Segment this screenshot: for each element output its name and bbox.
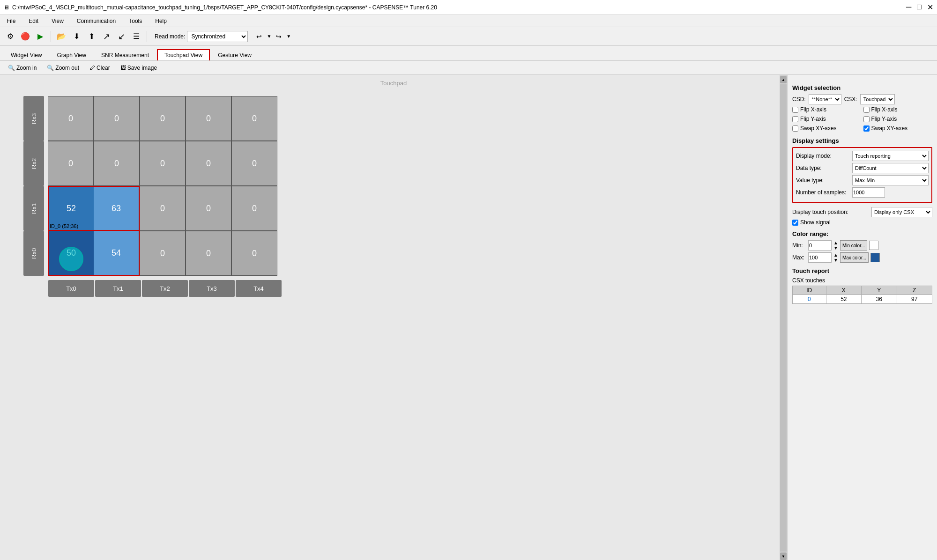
data-type-row: Data type: DiffCount RawCount Baseline [796, 163, 929, 173]
cell-0-4: 0 [231, 96, 277, 141]
tab-touchpad-view[interactable]: Touchpad View [157, 49, 210, 60]
csx-flip-y-row: Flip Y-axis [863, 116, 933, 122]
read-mode-select[interactable]: Synchronized Manual Continuous [187, 31, 248, 42]
clear-button[interactable]: 🖊 Clear [85, 63, 114, 73]
csd-flip-y-label: Flip Y-axis [800, 116, 826, 122]
cell-3-0: 50 [48, 231, 94, 276]
flip-swap-grid: Flip X-axis Flip X-axis Flip Y-axis Flip… [792, 106, 932, 133]
grid-container: 0 0 0 0 0 0 0 0 0 0 [48, 96, 277, 276]
redo-button[interactable]: ↪ [272, 30, 285, 43]
maximize-button[interactable]: □ [917, 3, 922, 12]
tx4-label: Tx4 [236, 280, 282, 297]
stop-icon: 🔴 [21, 32, 30, 41]
csd-row: CSD: **None** CSX: Touchpad [792, 94, 932, 104]
save-image-button[interactable]: 🖼 Save image [116, 63, 161, 73]
csd-flip-x-checkbox[interactable] [792, 107, 798, 113]
tab-gesture-view[interactable]: Gesture View [211, 50, 259, 60]
menu-edit[interactable]: Edit [26, 17, 41, 25]
max-spinner-up[interactable]: ▲▼ [833, 252, 838, 263]
csx-flip-x-checkbox[interactable] [863, 107, 870, 113]
tab-widget-view[interactable]: Widget View [4, 50, 49, 60]
value-type-label: Value type: [796, 177, 852, 184]
csd-select[interactable]: **None** [809, 94, 841, 104]
csx-label: CSX: [844, 96, 857, 103]
app-icon: 🖥 [4, 4, 9, 11]
upload-button[interactable]: ⬆ [85, 30, 98, 43]
open-button[interactable]: 📂 [55, 30, 68, 43]
cell-x: 52 [826, 295, 861, 304]
cell-0-3: 0 [186, 96, 231, 141]
menu-tools[interactable]: Tools [126, 17, 145, 25]
close-button[interactable]: ✕ [927, 3, 933, 12]
cell-y: 36 [862, 295, 897, 304]
menu-communication[interactable]: Communication [74, 17, 119, 25]
menu-help[interactable]: Help [152, 17, 170, 25]
id-label: ID_0 (52;36) [50, 223, 78, 229]
csd-flip-y-row: Flip Y-axis [792, 116, 862, 122]
menu-view[interactable]: View [49, 17, 67, 25]
data-type-select[interactable]: DiffCount RawCount Baseline [852, 163, 929, 173]
num-samples-input[interactable] [852, 187, 885, 198]
csd-flip-x-row: Flip X-axis [792, 106, 862, 113]
tab-snr-measurement[interactable]: SNR Measurement [94, 50, 156, 60]
undo-button[interactable]: ↩ [253, 30, 266, 43]
stop-button[interactable]: 🔴 [19, 30, 32, 43]
col-z: Z [897, 286, 932, 295]
play-button[interactable]: ▶ [34, 30, 47, 43]
list-button[interactable]: ☰ [130, 30, 143, 43]
num-samples-label: Number of samples: [796, 189, 852, 196]
scroll-down-button[interactable]: ▼ [780, 553, 787, 560]
csx-flip-y-label: Flip Y-axis [871, 116, 897, 122]
cell-id[interactable]: 0 [793, 295, 826, 304]
redo-dropdown[interactable]: ▼ [286, 34, 291, 39]
zoom-in-button[interactable]: 🔍 Zoom in [4, 63, 41, 73]
download-button[interactable]: ⬇ [70, 30, 83, 43]
csx-flip-y-checkbox[interactable] [863, 116, 870, 122]
settings-button[interactable] [4, 30, 17, 43]
show-signal-checkbox[interactable] [792, 220, 798, 226]
color-range-min-row: Min: ▲▼ Min color... [792, 240, 932, 251]
csd-flip-y-checkbox[interactable] [792, 116, 798, 122]
display-mode-select[interactable]: Touch reporting Raw Count Baseline [852, 151, 929, 161]
menu-bar: File Edit View Communication Tools Help [0, 15, 937, 27]
cell-2-1: 63 [94, 186, 140, 231]
grid-row-2: 52 ID_0 (52;36) 63 0 0 0 [48, 186, 277, 231]
scrollbar[interactable]: ▲ ▼ [780, 75, 787, 560]
num-samples-spinner [852, 187, 885, 198]
tx1-label: Tx1 [95, 280, 141, 297]
cell-1-3: 0 [186, 141, 231, 186]
main-layout: Touchpad Rx3 Rx2 Rx1 Rx0 0 0 0 0 [0, 75, 937, 560]
max-color-button[interactable]: Max color... [840, 252, 869, 263]
zoom-out-button[interactable]: 🔍 Zoom out [43, 63, 83, 73]
undo-dropdown[interactable]: ▼ [267, 34, 271, 39]
value-type-select[interactable]: Max-Min Average [852, 175, 929, 185]
grid-row-1: 0 0 0 0 0 [48, 141, 277, 186]
show-signal-label: Show signal [800, 219, 831, 226]
cell-3-2: 0 [140, 231, 186, 276]
csx-swap-xy-checkbox[interactable] [863, 125, 870, 132]
title-text: C:/mtw/PSoC_4_MSCLP_multitouch_mutual-ca… [12, 4, 437, 11]
export-button[interactable]: ↗ [100, 30, 113, 43]
color-range-min-input[interactable] [808, 240, 832, 251]
rx1-label: Rx1 [23, 186, 44, 231]
min-color-swatch [869, 241, 878, 250]
display-touch-position-select[interactable]: Display only CSX Display all None [871, 207, 932, 217]
menu-file[interactable]: File [4, 17, 18, 25]
min-spinner-up[interactable]: ▲▼ [833, 240, 838, 251]
value-type-row: Value type: Max-Min Average [796, 175, 929, 185]
display-touch-position-row: Display touch position: Display only CSX… [792, 207, 932, 217]
import-button[interactable]: ↙ [115, 30, 128, 43]
export-icon: ↗ [103, 31, 110, 42]
minimize-button[interactable]: ─ [906, 3, 911, 12]
cell-0-2: 0 [140, 96, 186, 141]
csx-select[interactable]: Touchpad [860, 94, 895, 104]
csd-swap-xy-checkbox[interactable] [792, 125, 798, 132]
cell-0-0: 0 [48, 96, 94, 141]
color-range-max-input[interactable] [808, 252, 832, 263]
cell-1-1: 0 [94, 141, 140, 186]
csx-swap-xy-row: Swap XY-axes [863, 125, 933, 132]
tab-graph-view[interactable]: Graph View [50, 50, 93, 60]
scroll-up-button[interactable]: ▲ [780, 76, 787, 83]
min-color-button[interactable]: Min color... [840, 240, 867, 251]
color-range-title: Color range: [792, 230, 932, 237]
